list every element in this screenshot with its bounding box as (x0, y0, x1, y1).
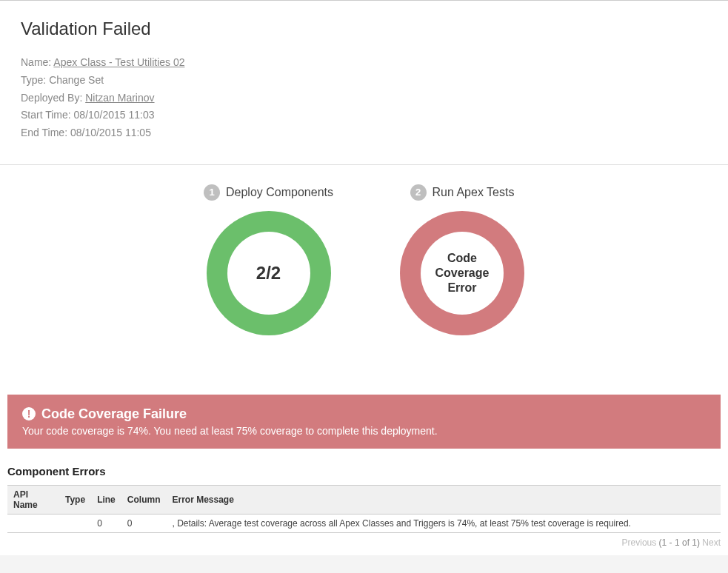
meta-deployed-by: Deployed By: Nitzan Marinov (21, 90, 707, 107)
status-section: 1 Deploy Components 2/2 2 Run Apex Tests… (0, 164, 728, 380)
meta-start-time: Start Time: 08/10/2015 11:03 (21, 107, 707, 124)
page-title: Validation Failed (21, 19, 707, 39)
meta-start-time-label: Start Time: (21, 109, 71, 121)
deployed-by-link[interactable]: Nitzan Marinov (85, 92, 154, 104)
deploy-donut-icon: 2/2 (207, 211, 331, 335)
meta-type-label: Type: (21, 74, 46, 86)
meta-name: Name: Apex Class - Test Utilities 02 (21, 54, 707, 72)
cell-column: 0 (121, 514, 167, 532)
meta-end-time-label: End Time: (21, 127, 67, 138)
cell-line: 0 (91, 514, 121, 532)
meta-start-time-value: 08/10/2015 11:03 (74, 109, 155, 121)
tests-donut-value: Code Coverage Error (421, 232, 504, 315)
step-2-title: Run Apex Tests (433, 186, 515, 199)
meta-deployed-by-label: Deployed By: (21, 92, 82, 104)
meta-type-value: Change Set (49, 74, 104, 86)
coverage-alert: ! Code Coverage Failure Your code covera… (7, 395, 721, 449)
alert-title-text: Code Coverage Failure (41, 406, 187, 422)
step-1-title: Deploy Components (226, 186, 333, 199)
col-type[interactable]: Type (59, 485, 91, 514)
col-column[interactable]: Column (121, 485, 167, 514)
validation-header: Validation Failed Name: Apex Class - Tes… (0, 1, 728, 164)
cell-api (7, 514, 59, 532)
step-2-badge: 2 (410, 184, 427, 201)
meta-end-time-value: 08/10/2015 11:05 (70, 127, 151, 138)
pager-previous[interactable]: Previous (622, 537, 657, 548)
cell-msg: , Details: Average test coverage across … (166, 514, 721, 532)
deploy-donut-value: 2/2 (227, 232, 310, 315)
pager: Previous (1 - 1 of 1) Next (0, 533, 728, 555)
meta-end-time: End Time: 08/10/2015 11:05 (21, 124, 707, 142)
cell-type (59, 514, 91, 532)
meta-type: Type: Change Set (21, 72, 707, 90)
component-errors-heading: Component Errors (7, 465, 721, 478)
alert-icon: ! (22, 407, 36, 420)
pager-range: (1 - 1 of 1) (659, 537, 700, 548)
tests-status-block: 2 Run Apex Tests Code Coverage Error (400, 184, 524, 335)
errors-table: API Name Type Line Column Error Message … (7, 485, 721, 533)
table-row: 0 0 , Details: Average test coverage acr… (7, 514, 721, 532)
step-1-badge: 1 (204, 184, 220, 201)
col-line[interactable]: Line (91, 485, 121, 514)
meta-name-label: Name: (21, 56, 51, 68)
change-set-link[interactable]: Apex Class - Test Utilities 02 (53, 56, 184, 68)
deploy-status-block: 1 Deploy Components 2/2 (204, 184, 333, 335)
component-errors-section: Component Errors API Name Type Line Colu… (7, 465, 721, 533)
pager-next[interactable]: Next (702, 537, 721, 548)
alert-body-text: Your code coverage is 74%. You need at l… (22, 425, 706, 437)
tests-donut-icon: Code Coverage Error (400, 211, 524, 335)
col-error-message[interactable]: Error Message (166, 485, 721, 514)
col-api-name[interactable]: API Name (7, 485, 59, 514)
